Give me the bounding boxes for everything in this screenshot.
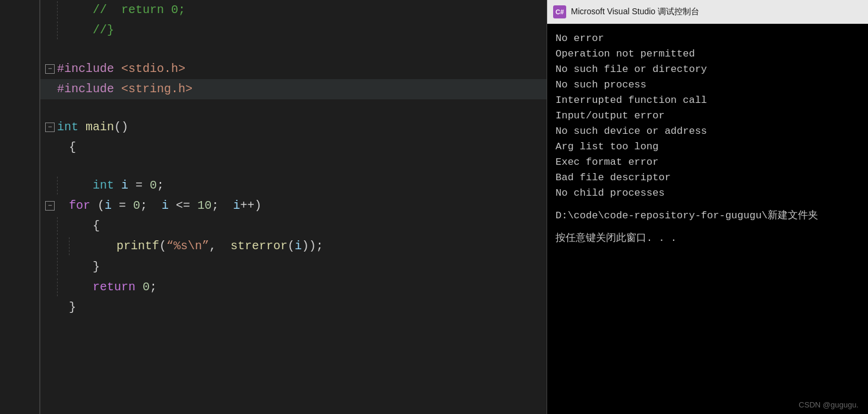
code-token-function: printf xyxy=(116,237,159,255)
code-token-var: i xyxy=(121,177,128,195)
code-token-plain xyxy=(114,60,121,78)
code-line: //} xyxy=(40,20,547,40)
code-line: −for (i = 0; i <= 10; i++) xyxy=(40,196,547,216)
code-token-header: <string.h> xyxy=(121,80,192,98)
code-token-plain xyxy=(114,80,121,98)
code-token-keyword: for xyxy=(69,197,90,215)
code-line: } xyxy=(40,256,547,277)
console-line: D:\code\code-repository-for-gugugu\新建文件夹 xyxy=(555,208,860,224)
code-token-plain: () xyxy=(114,118,128,136)
code-token-plain: )); xyxy=(302,237,323,255)
code-token-var: i xyxy=(162,197,169,215)
code-token-plain xyxy=(135,278,143,296)
code-token-plain: , xyxy=(209,237,231,255)
indent-dash xyxy=(57,258,69,275)
code-token-plain: ( xyxy=(159,237,166,255)
code-token-keyword: return xyxy=(93,278,135,296)
code-token-plain: } xyxy=(69,299,76,316)
console-title: Microsoft Visual Studio 调试控制台 xyxy=(571,7,699,17)
code-token-header: <stdio.h> xyxy=(121,60,185,78)
console-line: No child processes xyxy=(555,186,860,201)
editor-panel: // return 0;//}−#include <stdio.h>#inclu… xyxy=(0,0,547,414)
code-token-var: i xyxy=(233,197,240,215)
code-token-include: #include xyxy=(57,80,114,98)
indent-dash xyxy=(57,177,69,195)
code-token-plain: { xyxy=(93,217,100,235)
console-line: Interrupted function call xyxy=(555,93,860,108)
code-token-comment: //} xyxy=(93,21,114,39)
footer-credit: CSDN @gugugu. xyxy=(798,400,858,409)
code-token-plain: ; xyxy=(150,278,157,296)
code-token-number: 0 xyxy=(143,278,150,296)
code-token-number: 0 xyxy=(150,177,157,195)
code-token-plain: = xyxy=(112,197,133,215)
indent-dash xyxy=(57,21,69,39)
console-window: C# Microsoft Visual Studio 调试控制台 No erro… xyxy=(547,0,868,414)
code-line xyxy=(40,41,547,59)
code-line: // return 0; xyxy=(40,0,547,20)
code-token-plain: <= xyxy=(169,197,197,215)
code-token-plain: { xyxy=(69,139,76,156)
indent-space xyxy=(57,258,93,275)
code-line: } xyxy=(40,297,547,318)
indent-space xyxy=(57,237,116,255)
code-token-plain: } xyxy=(93,258,100,276)
console-line: Input/output error xyxy=(555,108,860,124)
code-line: #include <string.h> xyxy=(40,79,547,99)
console-line: Bad file descriptor xyxy=(555,170,860,186)
console-body: No errorOperation not permittedNo such f… xyxy=(547,24,868,414)
console-line: Arg list too long xyxy=(555,139,860,155)
code-token-plain: ; xyxy=(212,197,233,215)
console-line: Exec format error xyxy=(555,155,860,170)
indent-dash xyxy=(57,278,69,296)
console-line: No such process xyxy=(555,77,860,93)
code-token-var: i xyxy=(105,197,112,215)
code-line: { xyxy=(40,216,547,236)
console-line: No such file or directory xyxy=(555,62,860,77)
indent-dash xyxy=(57,217,69,235)
fold-minus-icon[interactable]: − xyxy=(45,64,55,74)
code-token-type: int xyxy=(93,177,114,195)
fold-minus-icon[interactable]: − xyxy=(45,201,55,211)
indent-dash xyxy=(57,237,69,255)
code-line: int i = 0; xyxy=(40,175,547,196)
code-token-string: “%s\n” xyxy=(166,237,209,255)
vs-icon: C# xyxy=(553,5,566,18)
code-line: { xyxy=(40,137,547,158)
code-token-plain xyxy=(114,177,121,195)
code-line xyxy=(40,99,547,117)
line-gutter xyxy=(0,0,40,414)
code-line: printf(“%s\n”, strerror(i)); xyxy=(40,236,547,256)
code-token-number: 10 xyxy=(197,197,212,215)
code-token-include: #include xyxy=(57,60,114,78)
code-token-plain: ; xyxy=(157,177,164,195)
code-token-plain xyxy=(78,118,86,136)
indent-space xyxy=(57,217,93,235)
code-token-plain: ++) xyxy=(240,197,261,215)
code-token-plain: ; xyxy=(140,197,162,215)
fold-minus-icon[interactable]: − xyxy=(45,123,55,132)
code-line xyxy=(40,158,547,175)
console-line: Operation not permitted xyxy=(555,46,860,62)
console-line: No error xyxy=(555,31,860,46)
console-line: No such device or address xyxy=(555,124,860,139)
indent-space xyxy=(57,177,93,195)
code-token-var: i xyxy=(295,237,302,255)
code-line: −#include <stdio.h> xyxy=(40,59,547,79)
code-token-plain: ( xyxy=(288,237,295,255)
code-token-function: main xyxy=(86,118,114,136)
code-token-plain: = xyxy=(128,177,150,195)
code-token-function: strerror xyxy=(231,237,288,255)
code-token-type: int xyxy=(57,118,78,136)
indent-dash xyxy=(57,1,69,19)
console-line: 按任意键关闭此窗口. . . xyxy=(555,231,860,246)
code-token-plain: ( xyxy=(90,197,105,215)
code-content: // return 0;//}−#include <stdio.h>#inclu… xyxy=(40,0,547,414)
code-line: −int main() xyxy=(40,117,547,137)
indent-space xyxy=(57,1,93,19)
console-titlebar: C# Microsoft Visual Studio 调试控制台 xyxy=(547,0,868,24)
indent-space xyxy=(57,278,93,296)
code-token-number: 0 xyxy=(133,197,140,215)
code-line: return 0; xyxy=(40,277,547,297)
indent-space xyxy=(57,21,93,39)
